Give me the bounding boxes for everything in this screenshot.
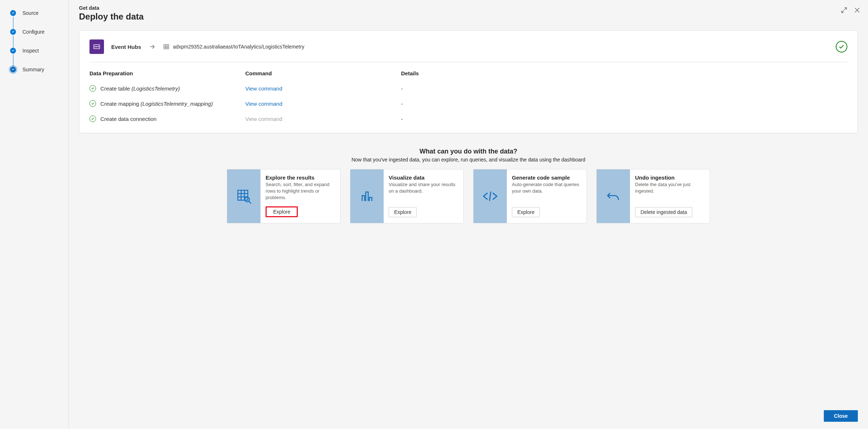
page-title: Deploy the data bbox=[79, 12, 858, 22]
card-title: Explore the results bbox=[266, 174, 335, 181]
svg-point-3 bbox=[98, 46, 99, 47]
explore-button[interactable]: Explore bbox=[389, 207, 417, 217]
table-row: Create mapping (LogisticsTelemetry_mappi… bbox=[89, 100, 245, 107]
arrow-right-icon bbox=[149, 43, 156, 50]
table-icon bbox=[163, 43, 170, 50]
svg-point-2 bbox=[96, 46, 97, 47]
undo-icon bbox=[597, 169, 630, 223]
dialog-footer: Close bbox=[79, 399, 858, 422]
prep-label: Create data connection bbox=[100, 116, 157, 122]
svg-rect-4 bbox=[164, 45, 169, 49]
explore-button[interactable]: Explore bbox=[266, 206, 298, 217]
data-preparation-table: Data Preparation Command Details Create … bbox=[89, 70, 847, 122]
expand-icon[interactable] bbox=[840, 7, 848, 14]
summary-card: Event Hubs adxpm29352.australiaeast/IoTA… bbox=[79, 30, 858, 133]
connection-target: adxpm29352.australiaeast/IoTAnalytics/Lo… bbox=[173, 44, 304, 50]
view-command-link: View command bbox=[245, 116, 401, 122]
col-header-preparation: Data Preparation bbox=[89, 70, 245, 76]
event-hubs-icon bbox=[89, 39, 104, 54]
step-configure[interactable]: Configure bbox=[10, 29, 68, 48]
step-label: Source bbox=[22, 10, 38, 16]
details-cell: - bbox=[401, 101, 847, 107]
next-steps-title: What can you do with the data? bbox=[79, 148, 858, 155]
wizard-stepper: Source Configure Inspect Summary bbox=[0, 0, 69, 429]
table-row: Create table (LogisticsTelemetry) bbox=[89, 85, 245, 92]
success-icon bbox=[89, 85, 96, 92]
close-icon[interactable] bbox=[854, 7, 861, 14]
view-command-link[interactable]: View command bbox=[245, 101, 401, 107]
code-icon bbox=[473, 169, 507, 223]
card-desc: Delete the data you've just ingested. bbox=[635, 181, 705, 202]
breadcrumb: Get data bbox=[79, 5, 858, 11]
card-desc: Visualize and share your results on a da… bbox=[389, 181, 458, 202]
card-title: Visualize data bbox=[389, 174, 458, 181]
connection-source: Event Hubs bbox=[111, 44, 141, 50]
card-title: Undo ingestion bbox=[635, 174, 705, 181]
details-cell: - bbox=[401, 116, 847, 122]
next-steps-section: What can you do with the data? Now that … bbox=[79, 148, 858, 223]
table-search-icon bbox=[227, 169, 260, 223]
next-steps-subtitle: Now that you've ingested data, you can e… bbox=[79, 157, 858, 163]
check-icon bbox=[10, 67, 16, 72]
svg-point-1 bbox=[95, 46, 96, 47]
prep-label: Create table (LogisticsTelemetry) bbox=[100, 85, 180, 92]
close-button[interactable]: Close bbox=[824, 410, 858, 422]
card-undo: Undo ingestion Delete the data you've ju… bbox=[596, 169, 710, 223]
card-desc: Search, sort, filter, and expand rows to… bbox=[266, 181, 335, 201]
col-header-command: Command bbox=[245, 70, 401, 76]
step-inspect[interactable]: Inspect bbox=[10, 48, 68, 67]
step-summary[interactable]: Summary bbox=[10, 67, 68, 85]
deploy-data-dialog: Source Configure Inspect Summary Get dat… bbox=[0, 0, 868, 429]
col-header-details: Details bbox=[401, 70, 847, 76]
check-icon bbox=[10, 29, 16, 35]
step-label: Inspect bbox=[22, 48, 39, 54]
status-success-icon bbox=[836, 41, 847, 52]
step-label: Summary bbox=[22, 67, 44, 72]
delete-ingested-data-button[interactable]: Delete ingested data bbox=[635, 207, 692, 217]
step-label: Configure bbox=[22, 29, 45, 35]
prep-label: Create mapping (LogisticsTelemetry_mappi… bbox=[100, 101, 213, 107]
card-desc: Auto-generate code that queries your own… bbox=[512, 181, 581, 202]
view-command-link[interactable]: View command bbox=[245, 85, 401, 92]
action-cards-row: Explore the results Search, sort, filter… bbox=[79, 169, 858, 223]
card-explore-results: Explore the results Search, sort, filter… bbox=[227, 169, 341, 223]
explore-button[interactable]: Explore bbox=[512, 207, 540, 217]
success-icon bbox=[89, 100, 96, 107]
bar-chart-icon bbox=[350, 169, 384, 223]
connection-row: Event Hubs adxpm29352.australiaeast/IoTA… bbox=[89, 39, 847, 62]
svg-rect-5 bbox=[238, 190, 248, 200]
step-source[interactable]: Source bbox=[10, 10, 68, 29]
check-icon bbox=[10, 48, 16, 54]
success-icon bbox=[89, 115, 96, 122]
details-cell: - bbox=[401, 85, 847, 92]
svg-point-6 bbox=[245, 197, 250, 202]
card-generate-code: Generate code sample Auto-generate code … bbox=[473, 169, 587, 223]
card-title: Generate code sample bbox=[512, 174, 581, 181]
main-panel: Get data Deploy the data Event Hubs adxp… bbox=[69, 0, 868, 429]
check-icon bbox=[10, 10, 16, 16]
card-visualize: Visualize data Visualize and share your … bbox=[350, 169, 464, 223]
table-row: Create data connection bbox=[89, 115, 245, 122]
